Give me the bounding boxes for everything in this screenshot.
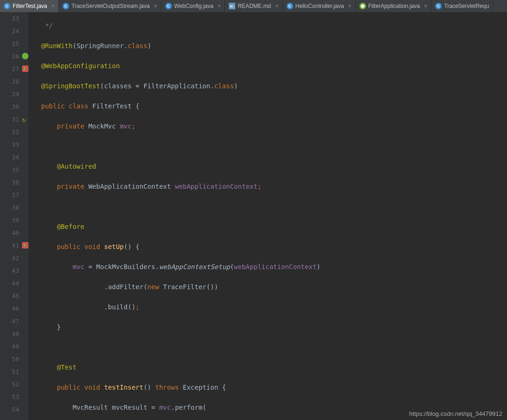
line-number: 42	[0, 252, 19, 264]
code-text: @RunWith	[41, 42, 72, 50]
close-icon[interactable]: ×	[154, 3, 157, 9]
close-icon[interactable]: ×	[348, 3, 352, 9]
code-text: void	[84, 243, 100, 250]
line-number: 52	[0, 378, 19, 391]
line-number: 50	[0, 353, 19, 365]
code-text: new	[148, 283, 159, 291]
code-text: mvc	[120, 122, 132, 130]
code-text: throws	[155, 384, 179, 391]
code-text: class	[69, 102, 88, 110]
code-text: mvc	[72, 263, 84, 271]
code-text: testInsert	[104, 384, 143, 391]
code-text: private	[57, 183, 84, 190]
close-icon[interactable]: ×	[218, 3, 221, 9]
line-number: 33	[0, 138, 19, 151]
code-editor[interactable]: 23 24 25 26 27 28 29 30 31 32 33 34 35 3…	[0, 12, 507, 420]
code-text: */	[41, 22, 53, 29]
line-number: 47	[0, 315, 19, 327]
code-text: @Test	[57, 363, 77, 371]
line-number: 31	[0, 113, 19, 126]
code-text: classes	[104, 82, 132, 90]
line-number: 45	[0, 290, 19, 302]
close-icon[interactable]: ×	[424, 3, 427, 9]
tab-label: WebConfig.java	[174, 3, 214, 9]
line-number: 36	[0, 176, 19, 189]
tab-filterapplication[interactable]: ⬢ FilterApplication.java ×	[356, 0, 432, 12]
code-text: addFilter	[108, 283, 143, 291]
line-number: 37	[0, 189, 19, 201]
code-text: FilterApplication	[143, 82, 210, 90]
code-text: FilterTest	[92, 102, 132, 110]
code-text: @WebAppConfiguration	[41, 62, 120, 70]
tab-webconfig[interactable]: C WebConfig.java ×	[162, 0, 225, 12]
code-text: public	[41, 102, 65, 110]
java-class-icon: C	[165, 3, 172, 9]
code-text: MockMvcBuilders	[96, 263, 155, 271]
code-text: @SpringBootTest	[41, 82, 100, 90]
line-number: 24	[0, 25, 19, 37]
markdown-icon: M↓	[229, 3, 235, 9]
code-text: public	[57, 243, 81, 250]
spring-gutter-icon[interactable]	[22, 53, 28, 59]
line-number: 54	[0, 403, 19, 416]
line-number: 44	[0, 277, 19, 290]
java-class-icon: C	[287, 3, 293, 9]
close-icon[interactable]: ×	[275, 3, 279, 9]
java-class-icon: C	[435, 3, 442, 9]
line-number-gutter: 23 24 25 26 27 28 29 30 31 32 33 34 35 3…	[0, 12, 28, 420]
code-text: webApplicationContext	[234, 263, 317, 271]
tab-label: FilterApplication.java	[368, 3, 420, 9]
code-text: SpringRunner	[77, 42, 124, 50]
java-class-icon: C	[63, 3, 69, 9]
line-number: 41	[0, 239, 19, 252]
code-text: @Before	[57, 223, 84, 230]
tab-label: README.md	[238, 3, 271, 9]
code-text: public	[57, 384, 81, 391]
tab-filtertest[interactable]: C FilterTest.java ×	[0, 0, 59, 12]
editor-tabs: C FilterTest.java × C TraceServletOutput…	[0, 0, 507, 12]
line-number: 35	[0, 164, 19, 176]
tab-label: TraceServletOutputStream.java	[71, 3, 150, 9]
code-text: MockMvc	[88, 122, 116, 130]
code-text: MvcResult	[72, 404, 108, 411]
code-text: perform	[175, 404, 203, 411]
code-text: @Autowired	[57, 163, 96, 170]
line-number: 34	[0, 151, 19, 164]
code-text: TraceFilter	[163, 283, 206, 291]
code-text: mvc	[159, 404, 171, 411]
code-text: mvcResult	[112, 404, 148, 411]
line-number: 43	[0, 264, 19, 277]
code-text: build	[108, 303, 127, 311]
java-class-icon: C	[4, 3, 10, 9]
line-number: 23	[0, 12, 19, 25]
tab-label: FilterTest.java	[13, 3, 47, 9]
tab-hellocontroller[interactable]: C HelloController.java ×	[283, 0, 356, 12]
spring-boot-icon: ⬢	[359, 3, 366, 9]
line-number: 30	[0, 100, 19, 113]
line-number: 28	[0, 75, 19, 88]
line-number: 32	[0, 126, 19, 138]
line-number: 53	[0, 391, 19, 403]
line-number: 38	[0, 201, 19, 214]
line-number: 25	[0, 37, 19, 50]
run-test-gutter-icon[interactable]	[22, 242, 28, 249]
line-number: 48	[0, 327, 19, 340]
line-number: 27	[0, 63, 19, 75]
line-number: 29	[0, 88, 19, 100]
code-text: class	[127, 42, 147, 50]
bean-gutter-icon[interactable]	[22, 116, 28, 122]
tab-label: HelloController.java	[296, 3, 344, 9]
close-icon[interactable]: ×	[51, 3, 55, 9]
line-number: 39	[0, 214, 19, 227]
code-area[interactable]: */ @RunWith(SpringRunner.class) @WebAppC…	[28, 12, 507, 420]
tab-traceservletoutputstream[interactable]: C TraceServletOutputStream.java ×	[59, 0, 162, 12]
code-text: setUp	[104, 243, 124, 250]
tab-traceservletrequest[interactable]: C TraceServletRequ	[431, 0, 493, 12]
code-text: Exception	[183, 384, 218, 391]
run-test-gutter-icon[interactable]	[22, 65, 28, 72]
line-number: 51	[0, 365, 19, 378]
tab-readme[interactable]: M↓ README.md ×	[225, 0, 282, 12]
line-number: 26	[0, 50, 19, 63]
code-text: class	[214, 82, 234, 90]
code-text: webAppContextSetup	[159, 263, 230, 271]
